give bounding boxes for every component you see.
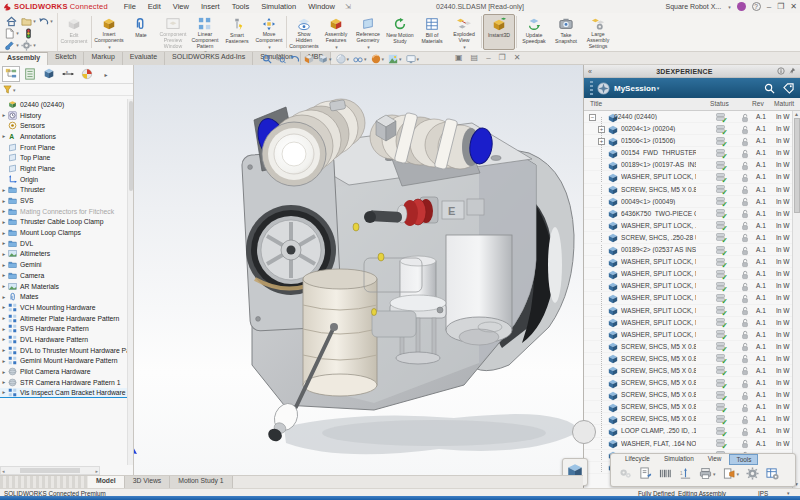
component-row[interactable]: SCREW, SHCS, M5 X 0.8 MM TH... ✓ A.1 In … bbox=[584, 365, 792, 377]
apply-scene-icon[interactable]: ▾ bbox=[388, 54, 402, 64]
tool-tab-tools[interactable]: Tools bbox=[729, 454, 758, 465]
tree-filter[interactable]: ▾ bbox=[0, 84, 133, 96]
component-row[interactable]: SCREW, SHCS, M5 X 0.8 MM TH... ✓ A.1 In … bbox=[584, 389, 792, 401]
tree-item-mates[interactable]: ▸ Mates bbox=[0, 291, 127, 302]
menu-file[interactable]: File bbox=[118, 2, 142, 11]
insert-components-button[interactable]: Insert Components▾ bbox=[93, 14, 125, 50]
stacked-cylinder-stack[interactable] bbox=[303, 269, 377, 396]
component-row[interactable]: 00154_FWD_THRUSTER<1> (00... ✓ A.1 In W bbox=[584, 147, 792, 159]
tree-item-top-plane[interactable]: Top Plane bbox=[0, 152, 127, 163]
tree-item-mount-loop-clamps[interactable]: ▸ Mount Loop Clamps bbox=[0, 227, 127, 238]
yellow-plug[interactable] bbox=[372, 309, 377, 316]
component-row[interactable]: SCREW, SHCS, .250-28 UNF-3A... ✓ A.1 In … bbox=[584, 232, 792, 244]
component-row[interactable]: 00189<2> (02537 AS INSTALLED) ✓ A.1 In W bbox=[584, 244, 792, 256]
component-row[interactable]: SCREW, SHCS, M5 X 0.8 MM TH... ✓ A.1 In … bbox=[584, 377, 792, 389]
menu-simulation[interactable]: Simulation bbox=[255, 2, 302, 11]
graphics-viewport[interactable]: E bbox=[134, 65, 583, 475]
tab-evaluate[interactable]: Evaluate bbox=[123, 52, 165, 65]
edit-appearance-icon[interactable]: ▾ bbox=[371, 54, 385, 64]
tree-item-history[interactable]: ▸ History bbox=[0, 110, 127, 121]
zoom-fit-icon[interactable] bbox=[262, 54, 272, 64]
move-component-button[interactable]: Move Component▾ bbox=[253, 14, 285, 50]
doc-minimize-icon[interactable]: – bbox=[486, 53, 490, 62]
session-caret-icon[interactable]: ▾ bbox=[657, 85, 660, 91]
exploded-view-button[interactable]: Exploded View▾ bbox=[448, 14, 480, 50]
account-caret-icon[interactable]: ▾ bbox=[728, 4, 731, 10]
settings-gear-icon[interactable] bbox=[746, 467, 759, 480]
tile-icon[interactable]: ▤ bbox=[471, 53, 479, 62]
doc-tab-model[interactable]: Model bbox=[88, 476, 125, 488]
component-row[interactable]: LOOP CLAMP, .250 ID, .172 DIA... ✓ A.1 I… bbox=[584, 425, 792, 437]
column-header-title[interactable]: Title bbox=[590, 100, 602, 107]
section-view-icon[interactable] bbox=[304, 54, 314, 64]
home-icon[interactable] bbox=[6, 16, 17, 27]
take-snapshot-button[interactable]: Take Snapshot bbox=[550, 14, 582, 50]
tree-item-dvl-to-thruster-mount-hardware-pa[interactable]: ▸ DVL to Thruster Mount Hardware Pa bbox=[0, 345, 127, 356]
component-row[interactable]: + 00204<1> (00204) ✓ A.1 In W bbox=[584, 123, 792, 135]
table-settings-icon[interactable] bbox=[766, 467, 779, 480]
propertymanager-tab[interactable] bbox=[21, 66, 39, 82]
tab-sketch[interactable]: Sketch bbox=[48, 52, 84, 65]
component-row[interactable]: SCREW, SHCS, M5 X 0.8 MM TH... ✓ A.1 In … bbox=[584, 184, 792, 196]
reference-geometry-button[interactable]: Reference Geometry▾ bbox=[352, 14, 384, 50]
list-vertical-scrollbar[interactable]: ▲ ▼ bbox=[792, 111, 800, 488]
view-orientation-icon[interactable]: ▾ bbox=[318, 54, 332, 64]
pin-icon[interactable] bbox=[788, 67, 796, 75]
tree-item-origin[interactable]: Origin bbox=[0, 174, 127, 185]
list-column-headers[interactable]: TitleStatusRevMaturit bbox=[584, 98, 800, 111]
component-row[interactable]: WASHER, SPLIT LOCK, M5 SCR... ✓ A.1 In W bbox=[584, 256, 792, 268]
component-row[interactable]: 6436K750_TWO-PIECE CLAMP-... ✓ A.1 In W bbox=[584, 208, 792, 220]
open-icon[interactable]: ▾ bbox=[21, 16, 36, 27]
tree-vertical-scrollbar[interactable] bbox=[127, 99, 133, 465]
tree-item-annotations[interactable]: ▸ A Annotations bbox=[0, 131, 127, 142]
tool-tab-simulation[interactable]: Simulation bbox=[658, 454, 700, 465]
tree-item-vis-inspect-cam-bracket-hardware[interactable]: ▸ Vis Inspect Cam Bracket Hardware bbox=[0, 388, 127, 399]
tree-item-gemini-mount-hardware-pattern[interactable]: ▸ Gemini Mount Hardware Pattern bbox=[0, 356, 127, 367]
new-motion-study-button[interactable]: New Motion Study bbox=[384, 14, 416, 50]
tree-item-thruster[interactable]: ▸ Thruster bbox=[0, 185, 127, 196]
splitter-hatch[interactable] bbox=[0, 476, 88, 488]
yellow-plug[interactable] bbox=[378, 253, 384, 261]
tree-item-dvl[interactable]: ▸ DVL bbox=[0, 238, 127, 249]
measure-up-icon[interactable]: 1 bbox=[679, 467, 692, 480]
doc-tab-3d-views[interactable]: 3D Views bbox=[125, 476, 171, 488]
session-selector[interactable]: MySession bbox=[614, 84, 656, 93]
options-gear-icon[interactable]: ▾ bbox=[21, 40, 36, 51]
export-icon[interactable]: ▾ bbox=[723, 467, 740, 480]
undo-icon[interactable]: ▾ bbox=[38, 16, 53, 27]
tree-item-thruster-cable-loop-clamp[interactable]: ▸ Thruster Cable Loop Clamp bbox=[0, 217, 127, 228]
hide-show-items-icon[interactable]: ▾ bbox=[353, 54, 367, 64]
dimxpertmanager-tab[interactable]: x bbox=[59, 66, 77, 82]
linear-component-pattern-button[interactable]: Linear Component Pattern▾ bbox=[189, 14, 221, 50]
component-row[interactable]: WASHER, FLAT, .164 NOM SCR... ✓ A.1 In W bbox=[584, 438, 792, 450]
configurationmanager-tab[interactable] bbox=[40, 66, 58, 82]
assembly-3d-model[interactable]: E bbox=[134, 65, 583, 475]
tree-item-pilot-camera-hardware[interactable]: ▸ Pilot Camera Hardware bbox=[0, 366, 127, 377]
component-row[interactable]: + 01506<1> (01506) ✓ A.1 In W bbox=[584, 135, 792, 147]
panel-side-handle[interactable] bbox=[572, 420, 596, 444]
gears-icon[interactable] bbox=[619, 467, 632, 480]
menu-insert[interactable]: Insert bbox=[195, 2, 226, 11]
displaymanager-tab[interactable] bbox=[78, 66, 96, 82]
compass-icon[interactable] bbox=[597, 82, 610, 95]
column-header-maturit[interactable]: Maturit bbox=[774, 100, 794, 107]
barcode-icon[interactable] bbox=[659, 467, 672, 480]
large-assembly-settings-button[interactable]: Large Assembly Settings bbox=[582, 14, 614, 50]
menu-view[interactable]: View bbox=[167, 2, 195, 11]
panel-tabs-overflow-icon[interactable]: ▸ bbox=[97, 66, 115, 82]
tree-item-mating-connectors-for-fitcheck[interactable]: ▸ Mating Connectors for Fitcheck bbox=[0, 206, 127, 217]
tab-solidworks-add-ins[interactable]: SOLIDWORKS Add-Ins bbox=[165, 52, 253, 65]
tab-markup[interactable]: Markup bbox=[84, 52, 122, 65]
tree-item-dvl-hardware-pattern[interactable]: ▸ DVL Hardware Pattern bbox=[0, 334, 127, 345]
search-icon[interactable] bbox=[764, 83, 775, 94]
close-button[interactable]: ✕ bbox=[790, 3, 797, 11]
yellow-plug[interactable] bbox=[353, 223, 359, 231]
tree-item-altimeter-plate-hardware-pattern[interactable]: ▸ Altimeter Plate Hardware Pattern bbox=[0, 313, 127, 324]
component-row[interactable]: WASHER, SPLIT LOCK, M5 SCR... ✓ A.1 In W bbox=[584, 317, 792, 329]
tree-item-camera[interactable]: ▸ Camera bbox=[0, 270, 127, 281]
tree-item-front-plane[interactable]: Front Plane bbox=[0, 142, 127, 153]
tree-item-svs[interactable]: ▸ SVS bbox=[0, 195, 127, 206]
component-row[interactable]: 00049<1> (00049) ✓ A.1 In W bbox=[584, 196, 792, 208]
lower-right-cylinder[interactable] bbox=[446, 235, 512, 345]
doc-close-icon[interactable]: ✕ bbox=[514, 53, 521, 62]
